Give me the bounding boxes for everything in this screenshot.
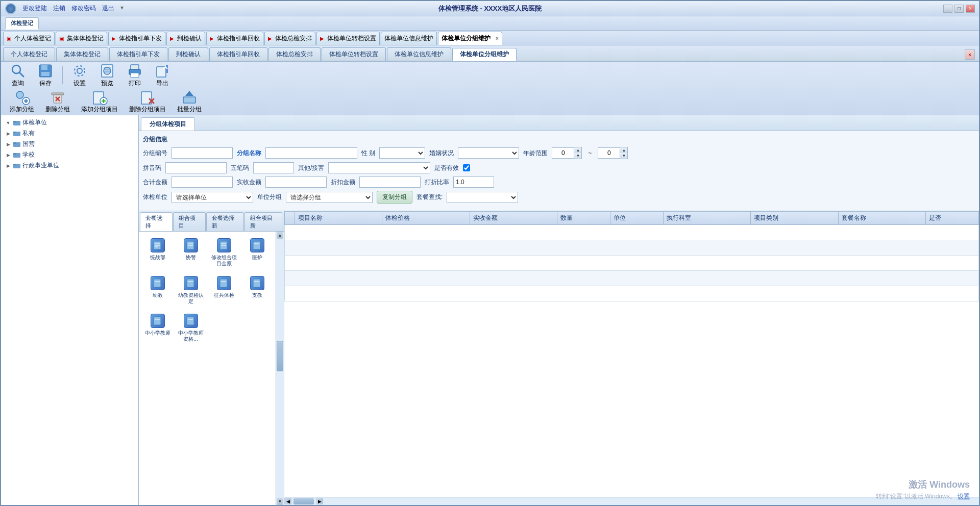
icon-tab-package[interactable]: 套餐选择 [140, 212, 173, 231]
other-select[interactable] [328, 162, 430, 173]
print-button[interactable]: 打印 [122, 61, 148, 90]
menu-tab-checkin-label: 到检确认 [177, 34, 202, 43]
right-tab-group-items[interactable]: 分组体检项目 [141, 117, 195, 131]
nav-tab-checkin[interactable]: 到检确认 [168, 47, 208, 61]
wubi-input[interactable] [253, 162, 294, 173]
age-from-input[interactable]: 0 [552, 147, 574, 159]
menu-tab-unit-info[interactable]: 体检单位信息维护 [381, 32, 437, 45]
tree-item-state[interactable]: ▶ 国营 [3, 139, 136, 149]
age-to-up[interactable]: ▲ [620, 147, 627, 153]
icon-item-1[interactable]: 协警 [175, 235, 206, 270]
export-button[interactable]: 导出 [150, 61, 175, 90]
nav-tab-arrange[interactable]: 体检总检安排 [268, 47, 321, 61]
query-button[interactable]: 查询 [5, 61, 31, 90]
menu-tab-individual[interactable]: ▣ 个人体检登记 [3, 32, 55, 45]
add-group-button[interactable]: 添加分组 [5, 87, 39, 116]
icon-tab-combo-new[interactable]: 组合项目新 [244, 212, 282, 231]
icon-item-8[interactable]: 中小学教师 [142, 310, 173, 346]
add-item-button[interactable]: 添加分组项目 [77, 87, 122, 116]
close-tab-icon[interactable]: × [496, 36, 499, 41]
menu-dropdown-icon[interactable]: ▾ [118, 3, 126, 14]
save-button[interactable]: 保存 [33, 61, 58, 90]
maximize-button[interactable]: □ [954, 5, 964, 13]
toolbar-area: 查询 保存 [1, 62, 979, 115]
table-scroll-container[interactable]: 项目名称 体检价格 实收金额 数量 单位 执行科室 项目类别 套餐名称 是否 [284, 211, 979, 497]
nav-tab-guide-send[interactable]: 体检指引单下发 [109, 47, 167, 61]
gender-select[interactable]: 男 女 [379, 147, 425, 159]
age-from-down[interactable]: ▼ [574, 153, 581, 159]
icon-tab-package-new[interactable]: 套餐选择新 [206, 212, 244, 231]
tree-item-private[interactable]: ▶ 私有 [3, 128, 136, 139]
icon-grid-content: 统战部 协警 [139, 232, 284, 505]
menu-tab-guide-return[interactable]: ▶ 体检指引单回收 [206, 32, 263, 45]
other-label: 其他/接害 [298, 164, 324, 172]
menu-tab-group-maintain[interactable]: 体检单位分组维护 × [438, 32, 502, 45]
icon-tab-combo[interactable]: 组合项目 [173, 212, 206, 231]
marital-select[interactable]: 未婚 已婚 [458, 147, 519, 159]
preview-button[interactable]: 预览 [94, 61, 120, 90]
menu-item-logout[interactable]: 注销 [51, 3, 67, 14]
icon-grid-scrollbar[interactable]: ▲ ▼ [276, 232, 284, 505]
nav-tabs-bar: 个人体检登记 集体体检登记 体检指引单下发 到检确认 体检指引单回收 体检总检安… [1, 45, 979, 62]
unit-group-select[interactable]: 请选择分组 [286, 192, 373, 203]
nav-tab-group[interactable]: 集体体检登记 [56, 47, 108, 61]
discount-input[interactable] [359, 176, 421, 188]
menu-item-password[interactable]: 修改密码 [69, 3, 98, 14]
icon-item-2[interactable]: 修改组合项目金额 [208, 235, 239, 270]
group-code-input[interactable] [172, 147, 233, 159]
horizontal-scrollbar[interactable]: ◀ ▶ [284, 497, 979, 505]
marital-label: 婚姻状况 [429, 149, 454, 158]
age-from-up[interactable]: ▲ [574, 147, 581, 153]
tree-item-school[interactable]: ▶ 学校 [3, 149, 136, 160]
discount-rate-input[interactable]: 1.0 [453, 176, 494, 188]
delete-item-button[interactable]: 删除分组项目 [125, 87, 170, 116]
bottom-area: 套餐选择 组合项目 套餐选择新 组合项目新 统战部 [139, 211, 979, 505]
nav-tab-unit-info[interactable]: 体检单位信息维护 [387, 47, 451, 61]
icon-item-0[interactable]: 统战部 [142, 235, 173, 270]
group-name-input[interactable] [265, 147, 357, 159]
tree-item-govt[interactable]: ▶ 行政事业单位 [3, 160, 136, 171]
pinyin-input[interactable] [165, 162, 227, 173]
menu-tab-group[interactable]: ▣ 集体体检登记 [56, 32, 107, 45]
icon-item-7[interactable]: 支教 [241, 272, 273, 308]
minimize-button[interactable]: _ [943, 5, 952, 13]
tree-root[interactable]: ▼ 体检单位 [3, 117, 136, 128]
menu-tab-checkin[interactable]: ▶ 到检确认 [166, 32, 205, 45]
copy-group-button[interactable]: 复制分组 [377, 191, 412, 204]
menu-tab-transfer[interactable]: ▶ 体检单位转档设置 [316, 32, 380, 45]
svg-rect-66 [187, 317, 194, 325]
preview-icon [99, 63, 115, 79]
icon-item-5[interactable]: 幼教资格认定 [175, 272, 206, 308]
page-close-button[interactable]: × [965, 49, 975, 60]
package-search-select[interactable] [447, 192, 518, 203]
unit-select[interactable]: 请选择单位 [172, 192, 253, 203]
nav-tab-individual[interactable]: 个人体检登记 [3, 47, 55, 61]
icon-item-4[interactable]: 幼教 [142, 272, 173, 308]
icon-item-6[interactable]: 征兵体检 [208, 272, 239, 308]
icon-item-3[interactable]: 医护 [241, 235, 273, 270]
quick-tab-jianti[interactable]: 体检登记 [5, 17, 39, 30]
settings-button[interactable]: 设置 [67, 61, 92, 90]
menu-item-exit[interactable]: 退出 [100, 3, 116, 14]
nav-tab-transfer[interactable]: 体检单位转档设置 [322, 47, 386, 61]
batch-group-button[interactable]: 批量分组 [173, 87, 206, 116]
menu-tab-guide-send[interactable]: ▶ 体检指引单下发 [108, 32, 165, 45]
nav-tab-group-maintain[interactable]: 体检单位分组维护 [452, 48, 517, 61]
icon-item-9[interactable]: 中小学教师资格... [175, 310, 206, 346]
menu-item-login[interactable]: 更改登陆 [20, 3, 49, 14]
valid-checkbox[interactable] [463, 164, 470, 171]
delete-group-button[interactable]: 删除分组 [41, 87, 75, 116]
age-to-down[interactable]: ▼ [620, 153, 627, 159]
data-table: 项目名称 体检价格 实收金额 数量 单位 执行科室 项目类别 套餐名称 是否 [284, 211, 979, 301]
age-to-input[interactable]: 0 [598, 147, 620, 159]
scrollbar-thumb[interactable] [277, 341, 283, 371]
actual-input[interactable] [265, 176, 327, 188]
toolbar-row1: 查询 保存 [1, 62, 979, 88]
menu-tab-arrange[interactable]: ▶ 体检总检安排 [264, 32, 315, 45]
tree-item-govt-label: 行政事业单位 [22, 161, 59, 170]
pinyin-label: 拼音码 [143, 164, 161, 172]
total-input[interactable] [172, 176, 233, 188]
close-button[interactable]: × [966, 5, 975, 13]
nav-tab-guide-return[interactable]: 体检指引单回收 [209, 47, 267, 61]
hscroll-thumb[interactable] [293, 498, 314, 504]
